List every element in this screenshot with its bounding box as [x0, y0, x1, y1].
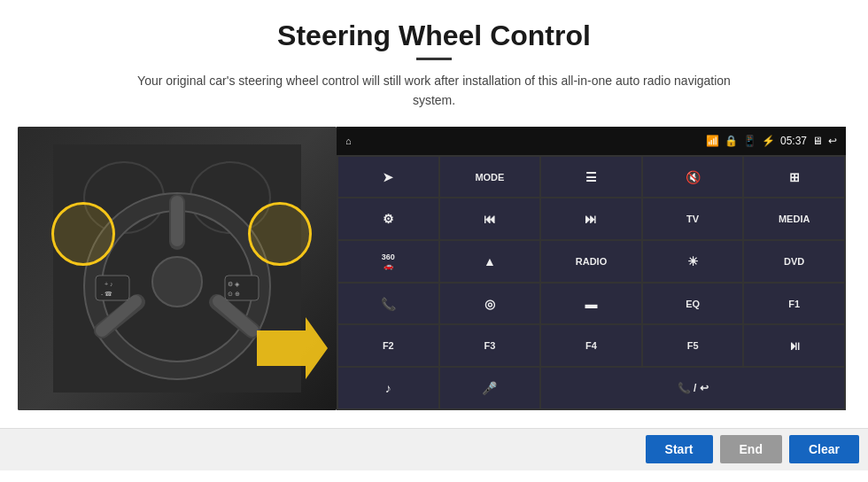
subtitle: Your original car's steering wheel contr…	[124, 71, 744, 111]
btn-music[interactable]: ♪	[338, 368, 438, 408]
btn-mode[interactable]: MODE	[440, 157, 540, 198]
page-title: Steering Wheel Control	[0, 0, 868, 58]
sim-icon: 📱	[743, 135, 756, 147]
btn-mic[interactable]: 🎤	[440, 368, 540, 408]
status-left: ⌂	[345, 136, 352, 146]
btn-f4[interactable]: F4	[541, 325, 641, 366]
btn-f2[interactable]: F2	[338, 325, 438, 366]
btn-list[interactable]: ☰	[541, 157, 641, 198]
btn-phone[interactable]: 📞	[338, 284, 438, 324]
btn-apps[interactable]: ⊞	[744, 157, 844, 198]
svg-marker-18	[257, 317, 328, 379]
title-divider	[416, 58, 452, 60]
btn-dvd[interactable]: DVD	[744, 241, 844, 282]
status-right: 📶 🔒 📱 ⚡ 05:37 🖥 ↩	[706, 135, 837, 147]
wifi-icon: 📶	[706, 135, 719, 147]
back-icon: ↩	[828, 135, 837, 147]
lock-icon: 🔒	[725, 135, 738, 147]
car-image: + ♪ - ☎ ⚙ ◈ ⊙ ⊕	[18, 127, 337, 410]
btn-tv[interactable]: TV	[643, 198, 743, 239]
btn-settings[interactable]: ⚙	[338, 198, 438, 239]
btn-f1[interactable]: F1	[744, 284, 844, 324]
end-button[interactable]: End	[720, 435, 782, 463]
btn-prev[interactable]: ⏮	[440, 198, 540, 239]
btn-eq[interactable]: EQ	[643, 284, 743, 324]
svg-text:+  ♪: + ♪	[105, 281, 113, 287]
content-area: + ♪ - ☎ ⚙ ◈ ⊙ ⊕ ⌂ 📶 🔒	[0, 127, 868, 428]
btn-360[interactable]: 360🚗	[338, 241, 438, 282]
svg-text:-   ☎: - ☎	[101, 291, 112, 297]
bottom-bar: Start End Clear	[0, 428, 868, 470]
btn-eject[interactable]: ▲	[440, 241, 540, 282]
clock: 05:37	[780, 135, 807, 147]
android-panel: ⌂ 📶 🔒 📱 ⚡ 05:37 🖥 ↩ ➤ MODE ☰ 🔇 ⊞ ⚙ ⏮ ⏭	[337, 127, 846, 410]
btn-nav2[interactable]: ◎	[440, 284, 540, 324]
status-bar: ⌂ 📶 🔒 📱 ⚡ 05:37 🖥 ↩	[337, 127, 846, 155]
bluetooth-icon: ⚡	[762, 135, 775, 147]
btn-media[interactable]: MEDIA	[744, 198, 844, 239]
home-icon: ⌂	[345, 136, 352, 146]
btn-mute[interactable]: 🔇	[643, 157, 743, 198]
btn-rect[interactable]: ▬	[541, 284, 641, 324]
highlight-circle-left	[51, 202, 115, 266]
btn-call[interactable]: 📞 / ↩	[541, 368, 844, 408]
svg-text:⊙  ⊕: ⊙ ⊕	[228, 291, 240, 297]
start-button[interactable]: Start	[646, 435, 713, 463]
btn-radio[interactable]: RADIO	[541, 241, 641, 282]
btn-navigate[interactable]: ➤	[338, 157, 438, 198]
clear-button[interactable]: Clear	[789, 435, 859, 463]
btn-brightness[interactable]: ☀	[643, 241, 743, 282]
btn-f5[interactable]: F5	[643, 325, 743, 366]
btn-f3[interactable]: F3	[440, 325, 540, 366]
btn-playpause[interactable]: ⏯	[744, 325, 844, 366]
highlight-circle-right	[248, 202, 312, 266]
button-grid: ➤ MODE ☰ 🔇 ⊞ ⚙ ⏮ ⏭ TV MEDIA 360🚗 ▲ RADIO…	[337, 155, 846, 410]
svg-point-11	[152, 257, 202, 307]
svg-text:⚙  ◈: ⚙ ◈	[228, 281, 240, 287]
monitor-icon: 🖥	[812, 135, 823, 147]
btn-next[interactable]: ⏭	[541, 198, 641, 239]
